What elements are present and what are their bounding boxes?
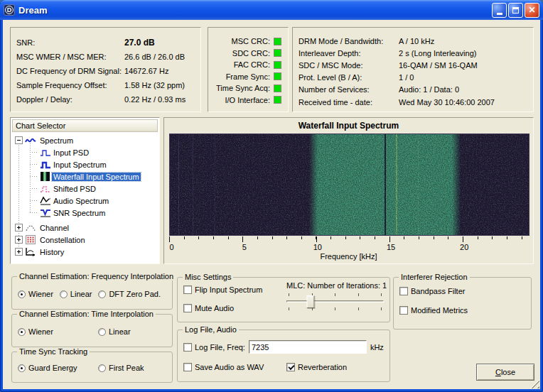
x-axis-ticks	[169, 236, 529, 242]
mlc-iterations-control: MLC: Number of Iterations: 1	[286, 281, 384, 312]
checkbox-log-file-freq[interactable]: Log File, Freq:	[183, 343, 245, 352]
checkbox-icon[interactable]	[183, 343, 192, 352]
mode-row-prot-level: Prot. Level (B / A):1 / 0	[299, 72, 527, 84]
snr-value: 27.0 dB	[124, 38, 155, 48]
waterfall-icon	[39, 172, 51, 182]
tree-item-snr-spectrum[interactable]: SNR Spectrum	[12, 207, 158, 219]
slider-thumb[interactable]	[307, 295, 315, 308]
radio-icon[interactable]	[18, 290, 26, 298]
checkbox-icon[interactable]	[183, 304, 192, 312]
checkbox-flip-input-spectrum[interactable]: Flip Input Spectrum	[183, 285, 262, 294]
mode-row-sdc-msc: SDC / MSC Mode:16-QAM / SM 16-QAM	[299, 59, 527, 71]
checkbox-icon[interactable]	[399, 287, 408, 295]
titlebar[interactable]: D Dream ✕	[0, 0, 543, 20]
radio-icon[interactable]	[98, 290, 106, 298]
led-row-frame-sync: Frame Sync:	[215, 71, 281, 83]
close-window-button[interactable]: ✕	[525, 3, 539, 18]
checkbox-mute-audio[interactable]: Mute Audio	[183, 304, 234, 312]
interferer-rejection-group: Interferer Rejection Bandpass Filter Mod…	[393, 277, 532, 330]
channel-icon	[24, 223, 36, 233]
app-icon: D	[4, 4, 15, 16]
frequency-unit-label: kHz	[370, 343, 384, 352]
checkbox-icon[interactable]	[183, 285, 192, 294]
time-sync-tracking-group: Time Sync Tracking Guard Energy First Pe…	[11, 352, 173, 383]
waterfall-noise-texture	[170, 134, 529, 235]
tree-item-shifted-psd[interactable]: Shifted PSD	[12, 183, 158, 195]
checkbox-reverberation[interactable]: Reverberation	[286, 363, 347, 371]
x-axis-title: Frequency [kHz]	[164, 252, 533, 261]
tree-item-waterfall-input-spectrum[interactable]: Waterfall Input Spectrum	[12, 170, 158, 183]
constellation-icon	[24, 235, 36, 245]
io-interface-led	[274, 96, 281, 104]
waterfall-panel: Waterfall Input Spectrum	[163, 117, 534, 264]
time-interpolation-group: Channel Estimation: Time Interpolation W…	[11, 314, 173, 347]
stat-row-doppler: Doppler / Delay: 0.22 Hz / 0.93 ms	[16, 92, 195, 107]
chart-selector-header: Chart Selector	[12, 119, 158, 132]
radio-icon[interactable]	[60, 290, 68, 298]
maximize-button[interactable]	[508, 3, 523, 18]
snr-spectrum-icon	[39, 208, 51, 218]
time-sync-led	[274, 85, 281, 92]
slider-track[interactable]	[286, 300, 384, 303]
checkbox-icon[interactable]	[399, 306, 408, 315]
tree-item-audio-spectrum[interactable]: Audio Spectrum	[12, 195, 158, 207]
stat-row-sample-offset: Sample Frequency Offset: 1.58 Hz (32 ppm…	[16, 78, 195, 92]
client-area: SNR: 27.0 dB MSC WMER / MSC MER: 26.6 dB…	[3, 20, 540, 389]
radio-icon[interactable]	[98, 328, 106, 336]
led-row-sdc-crc: SDC CRC:	[215, 48, 281, 60]
radio-linear-freq[interactable]: Linear	[60, 290, 92, 298]
checkbox-icon[interactable]	[286, 363, 295, 371]
tree-item-channel[interactable]: Channel	[12, 222, 158, 234]
close-icon: ✕	[528, 6, 535, 14]
tree-item-history[interactable]: History	[12, 246, 158, 258]
expand-toggle-icon[interactable]	[15, 248, 23, 256]
fac-crc-led	[274, 61, 281, 69]
shifted-psd-icon	[39, 184, 51, 194]
frame-sync-led	[274, 72, 281, 80]
radio-linear-time[interactable]: Linear	[98, 327, 131, 336]
chart-title: Waterfall Input Spectrum	[164, 121, 533, 131]
radio-wiener-freq[interactable]: Wiener	[18, 290, 53, 298]
mlc-iterations-label: MLC: Number of Iterations: 1	[286, 281, 384, 290]
collapse-toggle-icon[interactable]	[15, 136, 23, 144]
history-icon	[24, 247, 36, 257]
input-spectrum-icon	[39, 160, 51, 170]
sdc-crc-led	[274, 49, 281, 57]
frequency-input[interactable]	[249, 340, 367, 354]
x-axis-labels: 0 5 10 15 20	[169, 243, 529, 251]
checkbox-bandpass-filter[interactable]: Bandpass Filter	[399, 287, 465, 295]
expand-toggle-icon[interactable]	[15, 236, 23, 244]
stat-row-snr: SNR: 27.0 dB	[16, 36, 195, 50]
minimize-icon	[497, 13, 502, 15]
minimize-button[interactable]	[492, 3, 507, 18]
tree-item-spectrum[interactable]: Spectrum	[12, 134, 158, 146]
radio-icon[interactable]	[98, 364, 106, 372]
led-row-msc-crc: MSC CRC:	[215, 36, 281, 48]
sync-status-panel: MSC CRC: SDC CRC: FAC CRC: Frame Sync: T…	[208, 27, 289, 112]
msc-crc-led	[274, 38, 281, 45]
tree-item-input-spectrum[interactable]: Input Spectrum	[12, 158, 158, 170]
radio-guard-energy[interactable]: Guard Energy	[18, 364, 98, 372]
checkbox-icon[interactable]	[183, 363, 192, 371]
radio-icon[interactable]	[18, 328, 26, 336]
radio-wiener-time[interactable]: Wiener	[18, 327, 98, 336]
led-row-fac-crc: FAC CRC:	[215, 59, 281, 71]
freq-interpolation-group: Channel Estimation: Frequency Interpolat…	[11, 276, 173, 310]
mode-row-interleaver: Interleaver Depth:2 s (Long Interleaving…	[299, 47, 527, 59]
checkbox-modified-metrics[interactable]: Modified Metrics	[399, 306, 468, 315]
audio-spectrum-icon	[39, 196, 51, 206]
checkbox-save-audio-wav[interactable]: Save Audio as WAV	[183, 363, 286, 371]
mode-row-received-time: Received time - date:Wed May 30 10:46:00…	[299, 96, 527, 108]
mode-row-services: Number of Services:Audio: 1 / Data: 0	[299, 84, 527, 96]
radio-icon[interactable]	[18, 364, 26, 372]
maximize-icon	[512, 7, 519, 13]
radio-first-peak[interactable]: First Peak	[98, 364, 144, 372]
mlc-iterations-slider[interactable]	[286, 291, 384, 312]
radio-dft-zero-pad[interactable]: DFT Zero Pad.	[98, 290, 161, 298]
log-file-audio-group: Log File, Audio Log File, Freq: kHz Save…	[177, 330, 390, 382]
expand-toggle-icon[interactable]	[15, 224, 23, 232]
dream-window: D Dream ✕ SNR: 27.0 dB MSC WMER / MSC ME…	[0, 0, 543, 392]
tree-item-input-psd[interactable]: Input PSD	[12, 146, 158, 158]
tree-item-constellation[interactable]: Constellation	[12, 234, 158, 246]
close-button[interactable]: Close	[476, 364, 534, 381]
